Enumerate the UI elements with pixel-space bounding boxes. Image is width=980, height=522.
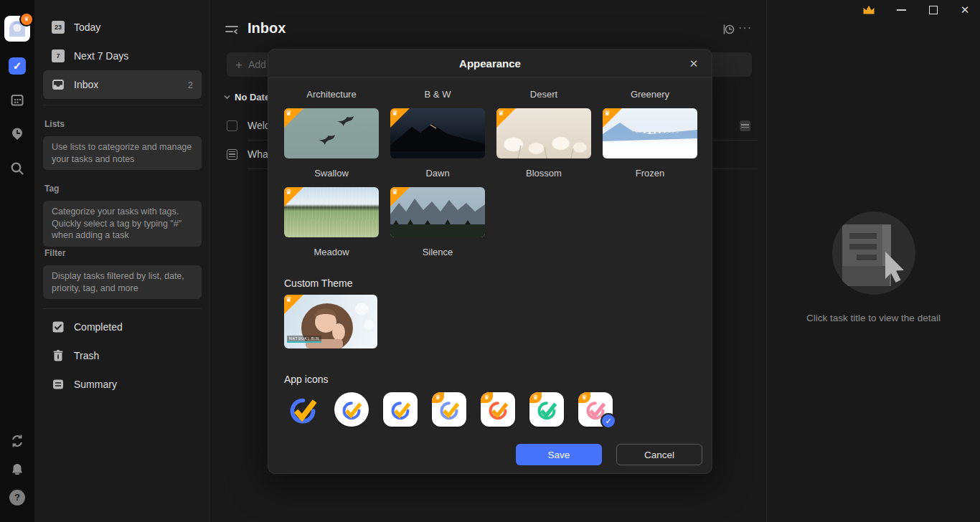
theme-label-meadow[interactable]: Meadow — [284, 247, 379, 257]
section-header-lists: Lists — [44, 119, 65, 129]
app-icon-option-classic[interactable] — [286, 392, 320, 427]
filter-help-card: Display tasks filtered by list, date, pr… — [43, 265, 202, 299]
sidebar-item-trash[interactable]: Trash — [43, 341, 202, 370]
chevron-down-icon — [224, 94, 230, 100]
sync-icon[interactable] — [9, 432, 26, 450]
appearance-dialog: Appearance Architecture B & W Desert Gre… — [268, 49, 712, 474]
task-note-indicator-icon — [740, 120, 750, 131]
sidebar-item-label: Trash — [74, 350, 99, 361]
minimize-button[interactable] — [892, 1, 910, 19]
theme-label-frozen[interactable]: Frozen — [603, 168, 697, 179]
custom-theme-caption: NATSUKI RIN — [287, 336, 321, 343]
more-options-icon[interactable]: ··· — [738, 22, 752, 34]
custom-theme-thumb[interactable]: NATSUKI RIN — [284, 295, 377, 348]
tasks-nav-icon[interactable] — [9, 57, 26, 75]
app-icons-heading: App icons — [284, 374, 328, 385]
theme-thumb-dawn[interactable] — [390, 108, 485, 158]
section-header-filter: Filter — [44, 248, 65, 258]
custom-theme-heading: Custom Theme — [284, 277, 352, 289]
theme-label-blossom[interactable]: Blossom — [496, 168, 591, 179]
close-window-button[interactable] — [956, 1, 974, 19]
theme-label-swallow[interactable]: Swallow — [284, 168, 379, 179]
sidebar-item-next7days[interactable]: 7 Next 7 Days — [43, 42, 202, 70]
theme-thumb-swallow[interactable] — [284, 108, 379, 158]
premium-crown-corner-icon — [496, 108, 516, 128]
theme-label-bw[interactable]: B & W — [390, 89, 485, 100]
dialog-title: Appearance — [268, 49, 712, 78]
today-calendar-icon: 23 — [52, 21, 65, 34]
theme-label-dawn[interactable]: Dawn — [390, 168, 485, 179]
page-title: Inbox — [248, 20, 286, 37]
task-title[interactable]: Wha — [248, 148, 268, 160]
inbox-count: 2 — [188, 80, 193, 90]
sidebar-item-summary[interactable]: Summary — [43, 370, 202, 399]
premium-crown-corner-icon — [284, 108, 303, 128]
icon-rail — [0, 0, 34, 522]
calendar-nav-icon[interactable] — [9, 91, 26, 108]
theme-label-greenery[interactable]: Greenery — [603, 89, 697, 100]
section-header-tag: Tag — [44, 184, 59, 194]
selected-check-badge — [600, 413, 616, 429]
help-icon[interactable] — [9, 490, 25, 506]
app-icon-option-red-pro[interactable] — [481, 392, 515, 427]
group-label: No Date — [235, 92, 270, 103]
collapse-sidebar-icon[interactable] — [225, 24, 238, 34]
theme-thumb-silence[interactable] — [390, 187, 485, 237]
sidebar: 23 Today 7 Next 7 Days Inbox 2 Lists Use… — [34, 0, 209, 522]
theme-thumb-frozen[interactable] — [603, 108, 697, 158]
theme-label-architecture[interactable]: Architecture — [284, 89, 379, 100]
sidebar-item-inbox[interactable]: Inbox 2 — [43, 70, 202, 99]
sidebar-item-label: Next 7 Days — [74, 50, 128, 62]
sidebar-item-label: Summary — [74, 379, 117, 390]
notification-bell-icon[interactable] — [9, 461, 26, 478]
sidebar-divider — [43, 105, 202, 105]
tag-help-card: Categorize your tasks with tags. Quickly… — [43, 201, 202, 247]
theme-thumb-blossom[interactable] — [496, 108, 591, 158]
sidebar-item-completed[interactable]: Completed — [43, 313, 202, 341]
focus-pomodoro-nav-icon[interactable] — [9, 125, 26, 143]
week-calendar-icon: 7 — [52, 49, 65, 62]
premium-crown-corner-icon — [284, 187, 303, 207]
lists-help-card: Use lists to categorize and manage your … — [43, 136, 202, 170]
app-icon-option-white-square[interactable] — [383, 392, 418, 427]
theme-label-silence[interactable]: Silence — [390, 247, 485, 257]
theme-label-desert[interactable]: Desert — [496, 89, 591, 100]
trash-icon — [52, 349, 65, 362]
app-icon-option-blue-pro[interactable] — [432, 392, 466, 427]
plus-icon — [235, 59, 242, 71]
summary-doc-icon — [52, 378, 65, 391]
search-icon[interactable] — [9, 160, 26, 177]
premium-crown-icon[interactable] — [859, 1, 878, 19]
user-avatar[interactable] — [4, 16, 30, 42]
save-button[interactable]: Save — [516, 444, 602, 465]
app-icon-option-green-pro[interactable] — [529, 392, 564, 427]
detail-empty-text: Click task title to view the detail — [767, 313, 980, 323]
inbox-tray-icon — [52, 78, 65, 91]
maximize-restore-button[interactable] — [924, 1, 943, 19]
premium-crown-corner-icon — [390, 108, 410, 128]
premium-crown-corner-icon — [603, 108, 622, 128]
dialog-close-icon[interactable] — [687, 57, 700, 70]
sidebar-item-label: Inbox — [74, 79, 98, 90]
task-title[interactable]: Welc — [248, 120, 270, 131]
sort-icon[interactable] — [722, 23, 735, 39]
sidebar-item-label: Completed — [74, 321, 123, 333]
sidebar-item-label: Today — [74, 22, 100, 33]
sidebar-divider — [43, 308, 202, 309]
premium-crown-corner-icon — [284, 295, 303, 314]
completed-check-icon — [52, 321, 65, 333]
premium-badge-icon — [19, 12, 34, 27]
app-icon-option-white-circle[interactable] — [334, 392, 369, 427]
app-root: 23 Today 7 Next 7 Days Inbox 2 Lists Use… — [0, 0, 980, 522]
theme-thumb-meadow[interactable] — [284, 187, 379, 237]
premium-crown-corner-icon — [390, 187, 410, 207]
cancel-button[interactable]: Cancel — [616, 444, 702, 465]
task-checkbox[interactable] — [227, 120, 237, 131]
empty-state-illustration — [832, 212, 915, 295]
note-icon — [227, 149, 237, 160]
app-icon-option-pink-pro-selected[interactable] — [578, 392, 613, 427]
task-detail-panel: Click task title to view the detail — [766, 0, 980, 522]
sidebar-item-today[interactable]: 23 Today — [43, 13, 202, 42]
group-header-no-date[interactable]: No Date — [224, 92, 270, 103]
